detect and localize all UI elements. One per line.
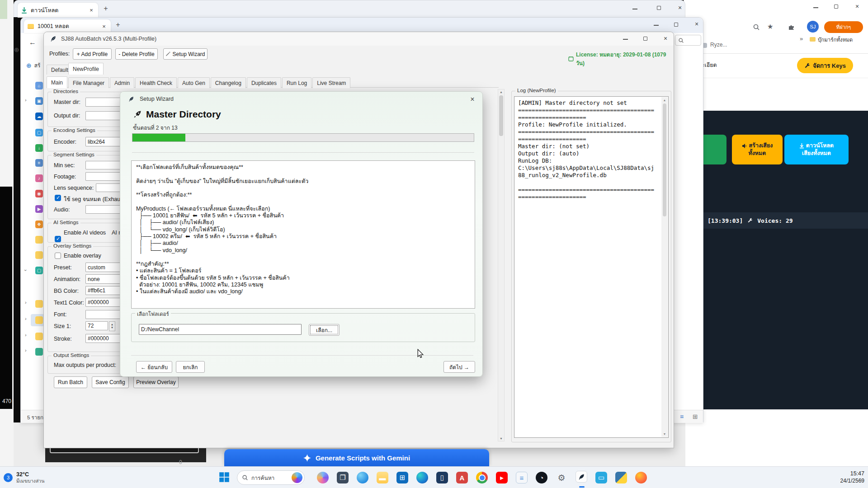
explorer-search-box[interactable]	[675, 35, 701, 46]
tab-auto-gen[interactable]: Auto Gen	[178, 77, 210, 88]
sidebar-desktop-icon[interactable]: ▢	[35, 129, 43, 136]
taskbar-notepad-icon[interactable]: ≡	[516, 472, 528, 483]
sidebar-chevron-3[interactable]: ›	[25, 316, 27, 321]
sidebar-onedrive-icon[interactable]: ☁	[35, 113, 43, 120]
browser-minimize-button[interactable]	[813, 7, 818, 8]
autobatch-titlebar[interactable]: SJ88 AutoBatch v26.5.3 (Multi-Profile)	[44, 32, 674, 46]
log-scroll-down-icon[interactable]: ▼	[661, 432, 668, 436]
taskbar-file-explorer-icon[interactable]: ▬	[377, 472, 388, 483]
size1-spinner[interactable]	[85, 321, 108, 330]
taskbar-task-view-icon[interactable]: ❐	[337, 472, 349, 483]
browser-close-button[interactable]: ×	[854, 3, 860, 10]
downloads-new-tab-icon[interactable]: +	[103, 5, 109, 13]
exhaust-checkbox[interactable]	[55, 195, 61, 201]
sidebar-documents-icon[interactable]: ≡	[35, 159, 43, 167]
taskbar-settings-icon[interactable]: ⚙	[556, 472, 567, 483]
explorer-minimize-button[interactable]	[654, 25, 659, 26]
save-config-button[interactable]: Save Config	[92, 376, 129, 388]
log-scroll-thumb[interactable]	[663, 103, 666, 216]
preview-overlay-button[interactable]: Preview Overlay	[133, 376, 179, 388]
taskbar-obs-icon[interactable]: ◔	[536, 472, 547, 483]
tab-live-stream[interactable]: Live Stream	[312, 77, 350, 88]
sidebar-folder-icon-3[interactable]	[35, 300, 43, 308]
wizard-titlebar[interactable]: Setup Wizard	[120, 92, 482, 106]
sidebar-folder-teal-icon[interactable]	[35, 348, 43, 356]
gemini-bar[interactable]: Generate Scripts with Gemini	[224, 449, 489, 466]
enable-ai-checkbox[interactable]	[55, 236, 61, 242]
sidebar-gallery-icon[interactable]: ▣	[35, 97, 43, 105]
browser-maximize-button[interactable]	[834, 5, 838, 9]
autobatch-minimize-button[interactable]	[623, 39, 628, 40]
sidebar-chevron[interactable]: ›	[25, 97, 27, 103]
taskbar-chrome-icon[interactable]	[476, 472, 488, 483]
delete-profile-button[interactable]: - Delete Profile	[115, 48, 158, 60]
wizard-cancel-button[interactable]: ยกเลิก	[176, 361, 205, 373]
tab-file-manager[interactable]: File Manager	[68, 77, 109, 88]
tab-duplicates[interactable]: Duplicates	[247, 77, 281, 88]
explorer-maximize-button[interactable]	[674, 23, 678, 27]
folder-path-input[interactable]	[139, 324, 302, 335]
sidebar-videos-icon[interactable]: ▶	[35, 205, 43, 213]
bookmark-star-icon[interactable]: ★	[767, 23, 773, 31]
sidebar-apps-icon[interactable]: ❖	[35, 221, 43, 228]
taskbar-python-icon[interactable]	[615, 472, 627, 483]
wizard-next-button[interactable]: ถัดไป →	[443, 361, 475, 373]
size1-spinner-arrows[interactable]: ▲▼	[109, 321, 115, 331]
sidebar-pictures-icon[interactable]: ◉	[35, 190, 43, 197]
sidebar-folder-icon-1[interactable]	[35, 236, 43, 244]
wizard-content-box[interactable]: **เลือกโฟลเดอร์ที่เก็บสินค้าทั้งหมดของคุ…	[131, 160, 475, 309]
taskbar-edge-icon[interactable]	[416, 472, 428, 483]
downloads-close-button[interactable]: ×	[677, 4, 683, 11]
taskbar-store-icon[interactable]: ⊞	[396, 472, 408, 483]
sidebar-display-icon[interactable]: ▢	[35, 267, 43, 274]
tts-all-button[interactable]: สร้างเสียง ทั้งหมด	[732, 135, 783, 164]
explorer-close-button[interactable]: ×	[693, 20, 700, 28]
scroll-thumb[interactable]	[499, 95, 503, 136]
downloads-tab-close-icon[interactable]: ×	[88, 7, 94, 14]
explorer-new-button[interactable]: ⊕ สร้	[26, 61, 41, 70]
tab-health-check[interactable]: Health Check	[135, 77, 177, 88]
downloads-tab[interactable]: ดาวน์โหลด ×	[18, 3, 98, 18]
taskbar-clock[interactable]: 15:47 24/1/2569	[832, 470, 864, 484]
profile-tab-newprofile[interactable]: NewProfile	[68, 63, 104, 75]
tab-changelog[interactable]: Changelog	[211, 77, 246, 88]
page-link-label[interactable]: Ryze...	[710, 42, 727, 48]
bookmarks-all-label[interactable]: บุ๊กมาร์กทั้งหมด	[818, 36, 853, 44]
autobatch-maximize-button[interactable]	[643, 37, 647, 41]
enable-overlay-checkbox[interactable]	[55, 253, 61, 259]
add-profile-button[interactable]: + Add Profile	[73, 48, 112, 60]
sidebar-music-icon[interactable]: ♪	[35, 174, 43, 182]
taskbar-sj88-icon[interactable]	[576, 471, 587, 483]
scroll-down-icon[interactable]: ▼	[498, 437, 504, 440]
setup-wizard-button[interactable]: Setup Wizard	[163, 48, 208, 60]
sidebar-folder-icon-selected[interactable]	[35, 316, 43, 324]
explorer-back-icon[interactable]: ←	[29, 38, 36, 47]
downloads-minimize-button[interactable]	[632, 9, 637, 9]
sidebar-folder-icon-4[interactable]	[35, 333, 43, 340]
scroll-up-icon[interactable]: ▲	[498, 90, 504, 94]
profile-pill-button[interactable]: ที่ฝากๆ	[824, 21, 863, 33]
taskbar-office-app-icon[interactable]: A	[456, 472, 468, 483]
taskbar-edge-blue-icon[interactable]	[357, 472, 368, 483]
sidebar-downloads-icon[interactable]: ↓	[35, 144, 43, 152]
downloads-maximize-button[interactable]	[657, 6, 661, 10]
sidebar-chevron-5[interactable]: ›	[25, 347, 27, 353]
manage-keys-button[interactable]: จัดการ Keys	[797, 58, 853, 73]
main-scrollbar[interactable]: ▲ ▼	[498, 89, 505, 441]
extensions-puzzle-icon[interactable]	[788, 23, 795, 30]
tab-main[interactable]: Main	[47, 76, 67, 88]
taskbar-phone-link-icon[interactable]: ▯	[436, 472, 448, 483]
sidebar-chevron-4[interactable]: ›	[25, 332, 27, 338]
sidebar-folder-icon-2[interactable]	[35, 251, 43, 259]
browser-avatar[interactable]: SJ	[807, 21, 819, 33]
explorer-new-tab-icon[interactable]: +	[115, 21, 121, 29]
explorer-tab[interactable]: 10001 หลอด ×	[24, 19, 111, 33]
tab-admin[interactable]: Admin	[110, 77, 134, 88]
downloads-plus-icon[interactable]: ⊕	[14, 46, 19, 53]
explorer-tab-close-icon[interactable]: ×	[101, 23, 107, 30]
wizard-close-button[interactable]: ×	[469, 95, 476, 103]
sidebar-chevron-open[interactable]: ›	[23, 269, 28, 271]
taskbar-line-icon[interactable]: ▭	[595, 472, 607, 483]
taskbar-weather[interactable]: 3 32°C มีเมฆบางส่วน	[4, 469, 71, 487]
log-scroll-up-icon[interactable]: ▲	[661, 99, 668, 102]
